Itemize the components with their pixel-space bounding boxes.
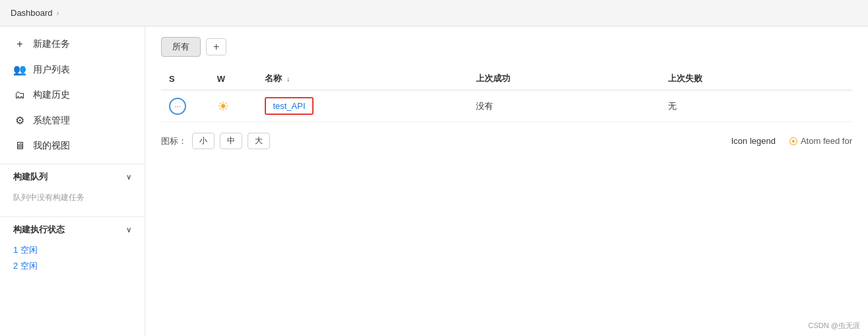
users-icon: 👥 [13,63,26,76]
icon-size-controls: 图标： 小 中 大 [161,133,270,149]
icon-size-large[interactable]: 大 [248,133,270,149]
tab-all[interactable]: 所有 [161,37,201,57]
cell-last-success: 没有 [468,90,660,122]
sidebar: + 新建任务 👥 用户列表 🗂 构建历史 ⚙ 系统管理 🖥 我的视图 构建队列 … [0,26,145,336]
icon-legend-link[interactable]: Icon legend [731,136,776,146]
table-row: ··· ☀ test_API 没有 无 [161,90,852,122]
watermark: CSDN @虫无涯 [809,321,860,331]
sort-arrow-icon: ↓ [286,75,290,83]
job-name-link[interactable]: test_API [265,97,313,115]
icon-size-label: 图标： [161,135,187,147]
atom-icon: ⦿ [789,136,798,147]
col-header-last-success: 上次成功 [468,67,660,90]
top-bar: Dashboard › [0,0,868,26]
tab-add-button[interactable]: + [206,38,226,55]
sidebar-label-new-task: 新建任务 [33,38,70,50]
sidebar-item-user-list[interactable]: 👥 用户列表 [0,57,145,83]
table-header-row: S W 名称 ↓ 上次成功 上次失败 [161,67,852,90]
executor-2[interactable]: 2 空闲 [13,258,131,274]
weather-icon: ☀ [217,99,229,114]
executor-1[interactable]: 1 空闲 [13,242,131,258]
history-icon: 🗂 [13,89,26,101]
build-queue-title: 构建队列 [13,171,48,183]
jobs-table: S W 名称 ↓ 上次成功 上次失败 ··· ☀ t [161,67,852,122]
cell-status: ··· [161,90,209,122]
breadcrumb: Dashboard › [11,8,59,18]
build-queue-section: 构建队列 ∨ 队列中没有构建任务 [0,164,145,211]
main-content: 所有 + S W 名称 ↓ 上次成功 上次失败 [145,26,868,336]
atom-feed-link[interactable]: ⦿ Atom feed for [789,136,852,147]
monitor-icon: 🖥 [13,140,26,152]
tab-bar: 所有 + [161,37,852,57]
status-icon: ··· [169,98,186,115]
sidebar-item-my-view[interactable]: 🖥 我的视图 [0,133,145,158]
plus-icon: + [13,38,26,50]
cell-weather: ☀ [209,90,257,122]
main-layout: + 新建任务 👥 用户列表 🗂 构建历史 ⚙ 系统管理 🖥 我的视图 构建队列 … [0,26,868,336]
sidebar-label-build-history: 构建历史 [33,89,70,101]
breadcrumb-home[interactable]: Dashboard [11,8,53,18]
col-header-last-fail: 上次失败 [660,67,852,90]
chevron-down-icon: ∨ [126,173,131,182]
atom-feed-label: Atom feed for [801,136,852,146]
col-header-s: S [161,67,209,90]
sidebar-label-user-list: 用户列表 [33,64,70,76]
build-queue-content: 队列中没有构建任务 [0,187,145,211]
sidebar-item-system-manage[interactable]: ⚙ 系统管理 [0,108,145,133]
sidebar-item-new-task[interactable]: + 新建任务 [0,32,145,57]
build-queue-empty: 队列中没有构建任务 [13,189,131,209]
gear-icon: ⚙ [13,114,26,127]
table-footer-right: Icon legend ⦿ Atom feed for [731,136,852,147]
build-exec-content: 1 空闲 2 空闲 [0,240,145,277]
icon-size-medium[interactable]: 中 [220,133,242,149]
icon-size-small[interactable]: 小 [192,133,215,149]
sidebar-label-system-manage: 系统管理 [33,115,70,127]
sidebar-label-my-view: 我的视图 [33,140,70,152]
build-exec-section: 构建执行状态 ∨ 1 空闲 2 空闲 [0,217,145,277]
breadcrumb-separator: › [57,9,59,18]
col-header-w: W [209,67,257,90]
col-header-name[interactable]: 名称 ↓ [257,67,468,90]
sidebar-item-build-history[interactable]: 🗂 构建历史 [0,83,145,108]
build-exec-title: 构建执行状态 [13,224,65,236]
jobs-tbody: ··· ☀ test_API 没有 无 [161,90,852,122]
chevron-down-icon-exec: ∨ [126,226,131,234]
build-exec-header[interactable]: 构建执行状态 ∨ [0,217,145,240]
table-footer: 图标： 小 中 大 Icon legend ⦿ Atom feed for [161,133,852,149]
build-queue-header[interactable]: 构建队列 ∨ [0,164,145,187]
cell-name[interactable]: test_API [257,90,468,122]
cell-last-fail: 无 [660,90,852,122]
